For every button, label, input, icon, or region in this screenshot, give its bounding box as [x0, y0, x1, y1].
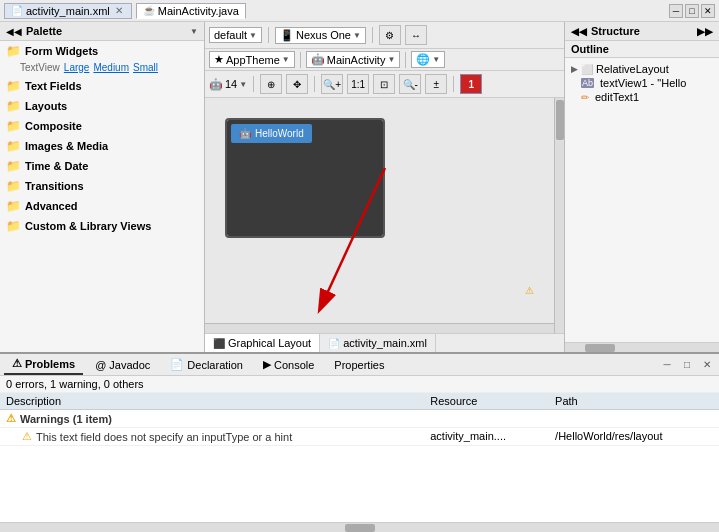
zoom-fit-button[interactable]: ⊡ — [373, 74, 395, 94]
red-badge-button[interactable]: 1 — [460, 74, 482, 94]
toolbar-sep-1 — [268, 27, 269, 43]
edittext1-icon: ✏ — [581, 92, 589, 103]
default-dropdown[interactable]: default ▼ — [209, 27, 262, 43]
activity-chevron-icon: ▼ — [387, 55, 395, 64]
warnings-group-label: Warnings (1 item) — [20, 413, 112, 425]
folder-icon-form-widgets: 📁 — [6, 44, 21, 58]
relativelayout-icon: ⬜ — [581, 64, 593, 75]
center-panel: default ▼ 📱 Nexus One ▼ ⚙ ↔ ★ AppTheme ▼… — [205, 22, 564, 352]
palette-section-text-fields: 📁 Text Fields — [0, 76, 204, 96]
warning-item-description: ⚠ This text field does not specify an in… — [6, 430, 418, 443]
minimize-button[interactable]: ─ — [669, 4, 683, 18]
palette-section-composite: 📁 Composite — [0, 116, 204, 136]
palette-section-label-transitions: Transitions — [25, 180, 84, 192]
hello-world-widget: 🤖 HelloWorld — [231, 124, 312, 143]
close-window-button[interactable]: ✕ — [701, 4, 715, 18]
bp-tab-declaration[interactable]: 📄 Declaration — [162, 355, 251, 374]
bp-tab-properties[interactable]: Properties — [326, 356, 392, 374]
default-label: default — [214, 29, 247, 41]
tab-close-activity-main[interactable]: ✕ — [113, 5, 125, 16]
config-button[interactable]: ⚙ — [379, 25, 401, 45]
tab-activity-main-xml-bottom[interactable]: 📄 activity_main.xml — [320, 334, 436, 352]
palette-collapse-icon[interactable]: ◀◀ — [6, 26, 22, 37]
palette-section-header-custom-library[interactable]: 📁 Custom & Library Views — [0, 217, 204, 235]
palette-section-label-custom-library: Custom & Library Views — [25, 220, 151, 232]
bp-status: 0 errors, 1 warning, 0 others — [0, 376, 719, 393]
palette-section-header-composite[interactable]: 📁 Composite — [0, 117, 204, 135]
activity-dropdown[interactable]: 🤖 MainActivity ▼ — [306, 51, 401, 68]
android-version-chevron-icon[interactable]: ▼ — [239, 80, 247, 89]
structure-expand-icon[interactable]: ▶▶ — [697, 26, 713, 37]
graphical-layout-label: Graphical Layout — [228, 337, 311, 349]
textview-large[interactable]: Large — [64, 62, 90, 73]
warning-item-resource: activity_main.... — [424, 428, 549, 446]
palette-section-header-images-media[interactable]: 📁 Images & Media — [0, 137, 204, 155]
orientation-button[interactable]: ↔ — [405, 25, 427, 45]
palette-section-label-text-fields: Text Fields — [25, 80, 82, 92]
canvas-scroll[interactable]: 🤖 HelloWorld ⚠ — [205, 98, 564, 333]
palette-section-header-form-widgets[interactable]: 📁 Form Widgets — [0, 42, 204, 60]
palette-section-advanced: 📁 Advanced — [0, 196, 204, 216]
tab-activity-main-xml[interactable]: 📄 activity_main.xml ✕ — [4, 3, 132, 19]
structure-collapse-icon[interactable]: ◀◀ — [571, 26, 587, 37]
center-bottom-tabs: ⬛ Graphical Layout 📄 activity_main.xml — [205, 333, 564, 352]
table-row-warning-item-0[interactable]: ⚠ This text field does not specify an in… — [0, 428, 719, 446]
table-row-warnings-group[interactable]: ⚠ Warnings (1 item) — [0, 410, 719, 428]
java-file-icon: ☕ — [143, 5, 155, 16]
move-button[interactable]: ✥ — [286, 74, 308, 94]
pan-tool-button[interactable]: ⊕ — [260, 74, 282, 94]
bottom-panel: ⚠ Problems @ Javadoc 📄 Declaration ▶ Con… — [0, 352, 719, 532]
phone-frame: 🤖 HelloWorld — [225, 118, 385, 238]
tree-item-edittext1[interactable]: ✏ editText1 — [569, 90, 715, 104]
device-dropdown[interactable]: 📱 Nexus One ▼ — [275, 27, 366, 44]
warning-item-text: This text field does not specify an inpu… — [36, 431, 292, 443]
bp-close-icon[interactable]: ✕ — [699, 357, 715, 373]
edittext1-label: editText1 — [595, 91, 639, 103]
warning-item-icon: ⚠ — [22, 430, 32, 443]
palette-section-header-advanced[interactable]: 📁 Advanced — [0, 197, 204, 215]
structure-scrollbar-horizontal[interactable] — [565, 342, 719, 352]
col-path: Path — [549, 393, 719, 410]
bp-tab-javadoc[interactable]: @ Javadoc — [87, 356, 158, 374]
bottom-scrollbar-horizontal[interactable] — [0, 522, 719, 532]
zoom-in-button[interactable]: 🔍+ — [321, 74, 343, 94]
bp-minimize-icon[interactable]: ─ — [659, 357, 675, 373]
zoom-out-button[interactable]: 🔍- — [399, 74, 421, 94]
bp-tab-problems[interactable]: ⚠ Problems — [4, 354, 83, 375]
locale-dropdown[interactable]: 🌐 ▼ — [411, 51, 445, 68]
device-label: Nexus One — [296, 29, 351, 41]
canvas-area[interactable]: 🤖 HelloWorld ⚠ — [205, 98, 564, 333]
palette-section-header-time-date[interactable]: 📁 Time & Date — [0, 157, 204, 175]
zoom-custom-button[interactable]: ± — [425, 74, 447, 94]
tab-mainactivity-java[interactable]: ☕ MainActivity.java — [136, 3, 246, 19]
palette-section-header-transitions[interactable]: 📁 Transitions — [0, 177, 204, 195]
bp-tab-console[interactable]: ▶ Console — [255, 355, 322, 374]
canvas-scrollbar-vertical[interactable] — [554, 98, 564, 333]
theme-dropdown[interactable]: ★ AppTheme ▼ — [209, 51, 295, 68]
bp-maximize-icon[interactable]: □ — [679, 357, 695, 373]
folder-icon-time-date: 📁 — [6, 159, 21, 173]
phone-icon: 📱 — [280, 29, 294, 42]
palette-title: Palette — [26, 25, 62, 37]
tree-item-relativelayout[interactable]: ▶ ⬜ RelativeLayout — [569, 62, 715, 76]
zoom-actual-button[interactable]: 1:1 — [347, 74, 369, 94]
toolbar-row-1: default ▼ 📱 Nexus One ▼ ⚙ ↔ — [205, 22, 564, 49]
textview-medium[interactable]: Medium — [93, 62, 129, 73]
palette-section-header-text-fields[interactable]: 📁 Text Fields — [0, 77, 204, 95]
console-icon: ▶ — [263, 358, 271, 371]
maximize-button[interactable]: □ — [685, 4, 699, 18]
palette-section-transitions: 📁 Transitions — [0, 176, 204, 196]
bp-content: Description Resource Path ⚠ Warnings — [0, 393, 719, 522]
canvas-scrollbar-horizontal[interactable] — [205, 323, 554, 333]
tree-item-textview1[interactable]: Ab textView1 - "Hello — [569, 76, 715, 90]
palette-dropdown-icon[interactable]: ▼ — [190, 27, 198, 36]
folder-icon-images-media: 📁 — [6, 139, 21, 153]
palette-section-header-layouts[interactable]: 📁 Layouts — [0, 97, 204, 115]
textview1-label: textView1 - "Hello — [600, 77, 686, 89]
structure-scrollbar-thumb — [585, 344, 615, 352]
tab-graphical-layout[interactable]: ⬛ Graphical Layout — [205, 334, 320, 352]
palette-section-images-media: 📁 Images & Media — [0, 136, 204, 156]
activity-label: MainActivity — [327, 54, 386, 66]
palette-list: 📁 Form Widgets TextView Large Medium Sma… — [0, 41, 204, 352]
textview-small[interactable]: Small — [133, 62, 158, 73]
